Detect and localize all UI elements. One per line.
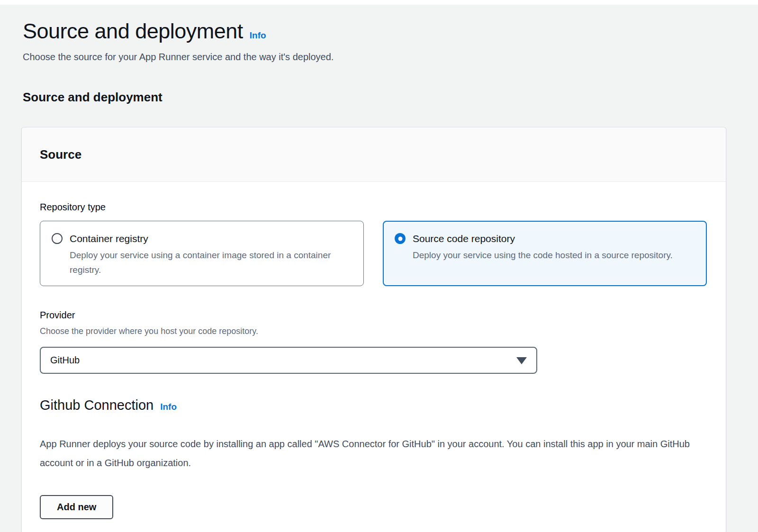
github-connection-paragraph: App Runner deploys your source code by i…: [40, 434, 707, 472]
source-card-body: Repository type Container registry Deplo…: [22, 182, 726, 519]
page-subtitle: Choose the source for your App Runner se…: [23, 50, 726, 63]
page-header: Source and deploymentInfo Choose the sou…: [23, 19, 726, 63]
add-new-button[interactable]: Add new: [40, 495, 113, 519]
source-and-deployment-page: Source and deploymentInfo Choose the sou…: [0, 19, 758, 532]
source-card-title: Source: [40, 147, 708, 162]
top-strip: [0, 0, 758, 5]
radio-unchecked-icon[interactable]: [52, 233, 63, 244]
page-title: Source and deployment: [23, 19, 243, 43]
source-card: Source Repository type Container registr…: [21, 127, 726, 532]
tile-text: Source code repository Deploy your servi…: [413, 232, 673, 277]
repository-type-label: Repository type: [40, 201, 707, 213]
provider-field: Provider Choose the provider where you h…: [40, 309, 707, 374]
radio-checked-icon[interactable]: [395, 233, 406, 244]
tile-container-registry[interactable]: Container registry Deploy your service u…: [40, 221, 364, 286]
tile-title: Container registry: [70, 232, 352, 245]
tile-source-code-repository[interactable]: Source code repository Deploy your servi…: [383, 221, 707, 286]
page-title-info-link[interactable]: Info: [250, 30, 266, 40]
repository-type-tiles: Container registry Deploy your service u…: [40, 221, 707, 286]
github-connection-info-link[interactable]: Info: [160, 402, 177, 412]
tile-title: Source code repository: [413, 232, 673, 245]
provider-description: Choose the provider where you host your …: [40, 325, 707, 337]
source-card-header: Source: [22, 127, 726, 182]
provider-label: Provider: [40, 309, 707, 321]
section-heading: Source and deployment: [23, 90, 726, 104]
provider-select-value: GitHub: [50, 355, 80, 366]
tile-description: Deploy your service using the code hoste…: [413, 248, 673, 262]
github-connection-title: Github Connection: [40, 397, 153, 413]
provider-select[interactable]: GitHub: [40, 347, 537, 374]
tile-text: Container registry Deploy your service u…: [70, 232, 352, 277]
tile-description: Deploy your service using a container im…: [70, 248, 352, 277]
github-connection-heading: Github ConnectionInfo: [40, 397, 707, 415]
caret-down-icon: [516, 357, 527, 364]
